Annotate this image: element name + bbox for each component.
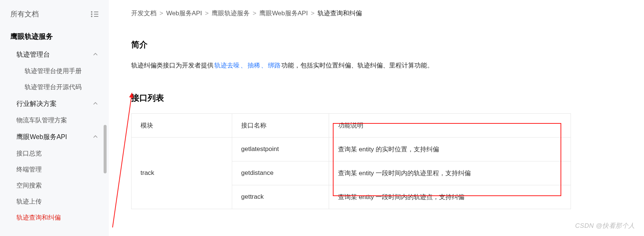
sidebar-item-yingyan-web-api[interactable]: 鹰眼Web服务API — [0, 128, 109, 145]
sidebar-service-title: 鹰眼轨迹服务 — [0, 27, 109, 46]
intro-text: 轨迹纠偏类接口为开发者提供 轨迹去噪 、 抽稀 、 绑路 功能，包括实时位置纠偏… — [131, 60, 586, 72]
breadcrumb-item-yingyan-service[interactable]: 鹰眼轨迹服务 — [212, 9, 250, 18]
breadcrumb-item-yingyan-web-api[interactable]: 鹰眼Web服务API — [259, 9, 308, 18]
intro-sep: 、 — [240, 60, 247, 72]
table-row: track getlatestpoint 查询某 entity 的实时位置，支持… — [132, 137, 571, 161]
table-cell-module: track — [132, 137, 232, 209]
table-cell-desc: 查询某 entity 一段时间内的轨迹里程，支持纠偏 — [329, 161, 571, 185]
intro-section: 简介 轨迹纠偏类接口为开发者提供 轨迹去噪 、 抽稀 、 绑路 功能，包括实时位… — [131, 39, 586, 72]
sidebar-item-track-console-source[interactable]: 轨迹管理台开源代码 — [0, 79, 109, 95]
intro-link-thin[interactable]: 抽稀 — [247, 60, 260, 72]
sidebar-header: 所有文档 — [0, 9, 109, 27]
intro-link-denoise[interactable]: 轨迹去噪 — [214, 60, 240, 72]
intro-post: 功能，包括实时位置纠偏、轨迹纠偏、里程计算功能。 — [281, 60, 433, 72]
sidebar-all-docs[interactable]: 所有文档 — [10, 9, 39, 19]
sidebar-item-track-query-correct[interactable]: 轨迹查询和纠偏 — [0, 210, 109, 226]
breadcrumb-item-current: 轨迹查询和纠偏 — [318, 9, 362, 18]
svg-line-0 — [113, 93, 132, 227]
table-header-desc: 功能说明 — [329, 113, 571, 137]
sidebar-item-track-console[interactable]: 轨迹管理台 — [0, 46, 109, 63]
table-header-module: 模块 — [132, 113, 232, 137]
sidebar-nav: 鹰眼轨迹服务 轨迹管理台 轨迹管理台使用手册 轨迹管理台开源代码 行业解决方案 … — [0, 27, 109, 226]
main-content: 开发文档 > Web服务API > 鹰眼轨迹服务 > 鹰眼Web服务API > … — [109, 0, 644, 236]
api-list-section: 接口列表 模块 接口名称 功能说明 track getlatestpoint 查… — [131, 92, 586, 209]
table-cell-desc: 查询某 entity 一段时间内的轨迹点，支持纠偏 — [329, 185, 571, 209]
breadcrumb-item-web-api[interactable]: Web服务API — [166, 9, 202, 18]
breadcrumb: 开发文档 > Web服务API > 鹰眼轨迹服务 > 鹰眼Web服务API > … — [131, 9, 644, 18]
sidebar: 所有文档 鹰眼轨迹服务 轨迹管理台 轨迹管理台使用手册 轨迹管理台开源代码 行业… — [0, 0, 109, 236]
breadcrumb-separator: > — [253, 10, 256, 17]
sidebar-scrollbar-thumb[interactable] — [104, 125, 107, 173]
sidebar-item-label: 鹰眼Web服务API — [16, 132, 67, 141]
chevron-up-icon — [92, 134, 98, 140]
sidebar-item-api-overview[interactable]: 接口总览 — [0, 145, 109, 161]
sidebar-item-terminal-mgmt[interactable]: 终端管理 — [0, 161, 109, 177]
table-cell-ifname: getlatestpoint — [232, 137, 329, 161]
breadcrumb-separator: > — [311, 10, 315, 17]
sidebar-item-track-console-manual[interactable]: 轨迹管理台使用手册 — [0, 63, 109, 79]
breadcrumb-separator: > — [205, 10, 209, 17]
breadcrumb-item-dev-docs[interactable]: 开发文档 — [131, 9, 157, 18]
sidebar-item-label: 轨迹管理台 — [16, 50, 50, 59]
table-cell-desc: 查询某 entity 的实时位置，支持纠偏 — [329, 137, 571, 161]
chevron-up-icon — [92, 51, 98, 57]
api-table: 模块 接口名称 功能说明 track getlatestpoint 查询某 en… — [131, 113, 571, 209]
sidebar-item-industry-solutions[interactable]: 行业解决方案 — [0, 95, 109, 112]
table-cell-ifname: getdistance — [232, 161, 329, 185]
table-cell-ifname: gettrack — [232, 185, 329, 209]
intro-sep: 、 — [261, 60, 267, 72]
api-list-title: 接口列表 — [131, 92, 586, 104]
sidebar-item-label: 行业解决方案 — [16, 99, 57, 108]
table-header-ifname: 接口名称 — [232, 113, 329, 137]
breadcrumb-separator: > — [160, 10, 163, 17]
intro-link-bindroad[interactable]: 绑路 — [268, 60, 281, 72]
intro-title: 简介 — [131, 39, 586, 50]
toc-icon[interactable] — [91, 11, 98, 17]
intro-pre: 轨迹纠偏类接口为开发者提供 — [131, 60, 214, 72]
chevron-up-icon — [92, 101, 98, 107]
watermark: CSDN @快看那个人 — [575, 221, 635, 230]
sidebar-item-track-upload[interactable]: 轨迹上传 — [0, 193, 109, 210]
sidebar-item-logistics-fleet[interactable]: 物流车队管理方案 — [0, 112, 109, 128]
sidebar-item-spatial-search[interactable]: 空间搜索 — [0, 177, 109, 193]
table-header-row: 模块 接口名称 功能说明 — [132, 113, 571, 137]
